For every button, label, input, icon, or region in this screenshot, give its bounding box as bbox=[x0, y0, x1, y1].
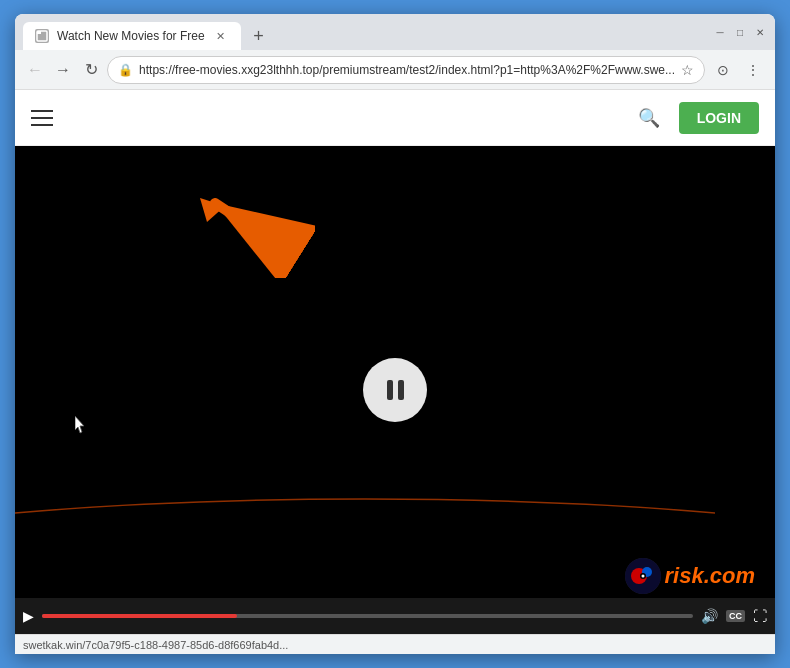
login-button[interactable]: LOGIN bbox=[679, 102, 759, 134]
mouse-cursor bbox=[75, 416, 87, 434]
tab-favicon bbox=[35, 29, 49, 43]
nav-extra-buttons: ⊙ ⋮ bbox=[709, 56, 767, 84]
svg-point-9 bbox=[641, 575, 644, 578]
fullscreen-button[interactable]: ⛶ bbox=[753, 608, 767, 624]
tab-close-button[interactable]: ✕ bbox=[213, 28, 229, 44]
hamburger-line-2 bbox=[31, 117, 53, 119]
browser-tab[interactable]: Watch New Movies for Free ✕ bbox=[23, 22, 241, 50]
pause-icon bbox=[387, 380, 404, 400]
hamburger-line-3 bbox=[31, 124, 53, 126]
navigation-bar: ← → ↻ 🔒 https://free-movies.xxg23lthhh.t… bbox=[15, 50, 775, 90]
status-text: swetkak.win/7c0a79f5-c188-4987-85d6-d8f6… bbox=[23, 639, 288, 651]
risk-text: risk.com bbox=[665, 563, 756, 589]
hamburger-line-1 bbox=[31, 110, 53, 112]
minimize-button[interactable]: ─ bbox=[713, 25, 727, 39]
forward-button[interactable]: → bbox=[51, 56, 75, 84]
cc-button[interactable]: CC bbox=[726, 610, 745, 622]
bookmark-icon[interactable]: ☆ bbox=[681, 62, 694, 78]
maximize-button[interactable]: □ bbox=[733, 25, 747, 39]
pause-bar-right bbox=[398, 380, 404, 400]
risk-logo bbox=[625, 558, 661, 594]
svg-point-4 bbox=[15, 499, 715, 534]
tab-area: Watch New Movies for Free ✕ + bbox=[23, 14, 709, 50]
close-button[interactable]: ✕ bbox=[753, 25, 767, 39]
back-button[interactable]: ← bbox=[23, 56, 47, 84]
tab-title: Watch New Movies for Free bbox=[57, 29, 205, 43]
status-bar: swetkak.win/7c0a79f5-c188-4987-85d6-d8f6… bbox=[15, 634, 775, 654]
volume-button[interactable]: 🔊 bbox=[701, 608, 718, 624]
video-player[interactable]: risk.com ▶ 🔊 CC ⛶ bbox=[15, 146, 775, 634]
video-play-button[interactable]: ▶ bbox=[23, 608, 34, 624]
site-search-button[interactable]: 🔍 bbox=[631, 100, 667, 136]
website-content: 🔍 LOGIN bbox=[15, 90, 775, 654]
pause-bar-left bbox=[387, 380, 393, 400]
address-bar[interactable]: 🔒 https://free-movies.xxg23lthhh.top/pre… bbox=[107, 56, 705, 84]
video-controls: ▶ 🔊 CC ⛶ bbox=[15, 598, 775, 634]
menu-button[interactable]: ⋮ bbox=[739, 56, 767, 84]
profile-button[interactable]: ⊙ bbox=[709, 56, 737, 84]
lock-icon: 🔒 bbox=[118, 63, 133, 77]
title-bar: Watch New Movies for Free ✕ + ─ □ ✕ bbox=[15, 14, 775, 50]
new-tab-button[interactable]: + bbox=[245, 22, 273, 50]
reload-button[interactable]: ↻ bbox=[79, 56, 103, 84]
site-header: 🔍 LOGIN bbox=[15, 90, 775, 146]
video-progress-fill bbox=[42, 614, 237, 618]
risk-watermark: risk.com bbox=[625, 558, 756, 594]
video-arc bbox=[15, 494, 715, 534]
pause-button[interactable] bbox=[363, 358, 427, 422]
video-progress-bar[interactable] bbox=[42, 614, 693, 618]
svg-rect-1 bbox=[37, 31, 41, 34]
browser-window: Watch New Movies for Free ✕ + ─ □ ✕ ← → … bbox=[15, 14, 775, 654]
hamburger-menu-button[interactable] bbox=[31, 102, 63, 134]
url-text: https://free-movies.xxg23lthhh.top/premi… bbox=[139, 63, 675, 77]
window-controls: ─ □ ✕ bbox=[713, 25, 767, 39]
